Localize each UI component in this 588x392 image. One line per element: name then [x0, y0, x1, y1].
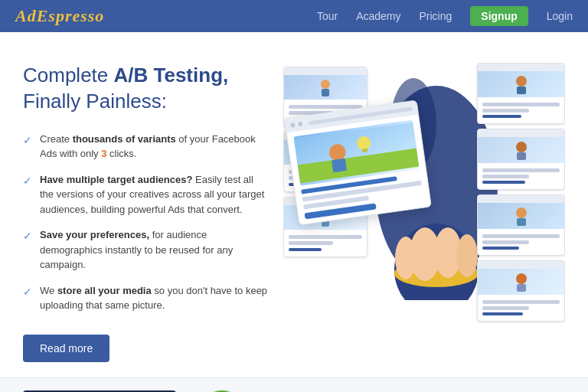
features-list: ✓ Create thousands of variants of your F… — [23, 132, 268, 313]
char-icon-r1 — [510, 73, 533, 96]
nav-tour[interactable]: Tour — [317, 10, 338, 22]
feature-2: ✓ Have multiple target audiences? Easily… — [23, 172, 268, 217]
right-ad-cards — [477, 63, 565, 322]
feature-4: ✓ We store all your media so you don't h… — [23, 283, 268, 313]
nav-links: Tour Academy Pricing Signup Login — [317, 6, 573, 26]
check-icon-4: ✓ — [23, 284, 32, 300]
hero-left: Complete A/B Testing, Finally Painless: … — [23, 63, 283, 362]
feature-3-text: Save your preferences, for audience demo… — [40, 227, 268, 273]
ad-card-right-3 — [477, 194, 565, 256]
char-icon-r2 — [510, 139, 533, 162]
svg-rect-25 — [517, 218, 526, 226]
card-dot-1 — [290, 122, 296, 128]
hero-title-bold: A/B Testing, — [114, 64, 229, 87]
svg-point-24 — [516, 207, 527, 218]
nav-academy[interactable]: Academy — [356, 10, 400, 22]
bottom-teaser: 0.47% Click through Clean And Powerful — [0, 377, 588, 392]
check-icon-3: ✓ — [23, 228, 32, 244]
ad-card-right-4 — [477, 260, 565, 322]
char-icon-1 — [315, 77, 336, 98]
main-card-illustration — [293, 120, 420, 186]
svg-rect-9 — [322, 89, 329, 96]
main-floating-card — [284, 100, 432, 226]
feature-2-text: Have multiple target audiences? Easily t… — [40, 172, 268, 217]
feature-3: ✓ Save your preferences, for audience de… — [23, 227, 268, 273]
ad-card-right-2 — [477, 129, 565, 190]
svg-rect-23 — [517, 152, 526, 160]
svg-rect-27 — [517, 284, 526, 292]
hero-section: Complete A/B Testing, Finally Painless: … — [0, 32, 588, 377]
char-icon-r4 — [510, 270, 533, 293]
check-icon-1: ✓ — [23, 132, 32, 149]
signup-button[interactable]: Signup — [470, 6, 528, 26]
read-more-button[interactable]: Read more — [23, 335, 109, 362]
login-button[interactable]: Login — [547, 10, 573, 22]
navbar: AdEspresso Tour Academy Pricing Signup L… — [0, 0, 588, 32]
feature-1: ✓ Create thousands of variants of your F… — [23, 132, 268, 162]
svg-rect-21 — [517, 87, 526, 94]
hero-title: Complete A/B Testing, Finally Painless: — [23, 63, 268, 115]
logo-ad: Ad — [15, 6, 37, 25]
hero-illustration — [283, 63, 565, 362]
svg-point-6 — [456, 234, 478, 277]
feature-1-text: Create thousands of variants of your Fac… — [40, 132, 268, 162]
main-card-image — [293, 120, 420, 186]
check-icon-2: ✓ — [23, 173, 32, 189]
svg-point-20 — [516, 76, 527, 87]
svg-point-22 — [516, 142, 527, 152]
main-card-body — [287, 114, 431, 224]
logo[interactable]: AdEspresso — [15, 6, 104, 26]
svg-point-7 — [395, 237, 416, 279]
feature-4-text: We store all your media so you don't hav… — [40, 283, 268, 313]
card-dot-2 — [298, 122, 303, 127]
logo-espresso: Espresso — [37, 6, 105, 25]
nav-pricing[interactable]: Pricing — [420, 10, 452, 22]
svg-point-8 — [321, 80, 330, 89]
svg-point-26 — [516, 273, 527, 284]
ad-card-right-1 — [477, 63, 565, 124]
char-icon-r3 — [510, 204, 533, 227]
svg-rect-17 — [332, 158, 347, 172]
